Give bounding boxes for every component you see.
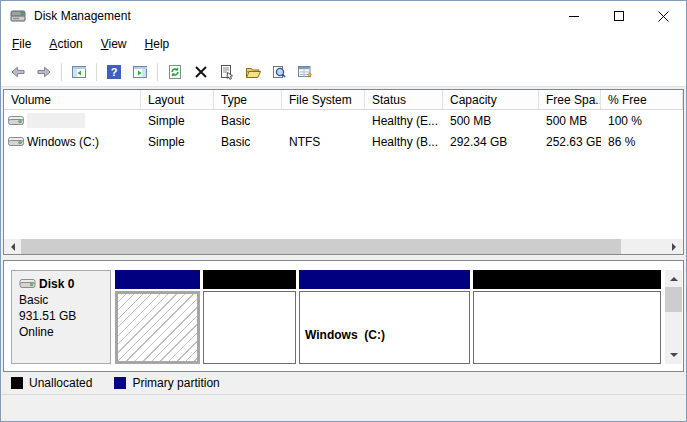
maximize-icon bbox=[614, 11, 624, 21]
show-console-tree-icon bbox=[71, 64, 87, 80]
column-header-pct-free[interactable]: % Free bbox=[601, 90, 683, 109]
disk-name: Disk 0 bbox=[39, 276, 74, 292]
volume-row-windows-c[interactable]: Windows (C:) Simple Basic NTFS Healthy (… bbox=[4, 131, 683, 152]
partition-color-bar-unallocated bbox=[473, 270, 661, 289]
partition-unallocated-637gb[interactable]: 637.79 GB Unallocated bbox=[473, 270, 661, 364]
cell-pct-free: 86 % bbox=[601, 131, 683, 152]
volume-list-empty-area bbox=[4, 152, 683, 239]
vertical-scroll-track[interactable] bbox=[665, 287, 682, 347]
menu-help[interactable]: Help bbox=[136, 33, 179, 55]
help-button[interactable]: ? bbox=[102, 60, 126, 84]
scroll-down-button[interactable] bbox=[665, 347, 682, 364]
maximize-button[interactable] bbox=[596, 1, 641, 31]
manage-icon bbox=[297, 64, 313, 80]
menu-view[interactable]: View bbox=[92, 33, 136, 55]
find-button[interactable] bbox=[267, 60, 291, 84]
scroll-right-button[interactable] bbox=[666, 239, 683, 254]
partition-title bbox=[123, 329, 197, 345]
disk-status: Online bbox=[19, 324, 110, 340]
titlebar: Disk Management bbox=[1, 1, 686, 31]
disk0-info-panel[interactable]: Disk 0 Basic 931.51 GB Online bbox=[11, 270, 111, 364]
column-header-file-system[interactable]: File System bbox=[282, 90, 365, 109]
column-header-volume[interactable]: Volume bbox=[4, 90, 141, 109]
legend-label: Primary partition bbox=[132, 376, 219, 390]
find-icon bbox=[271, 64, 287, 80]
properties-button[interactable] bbox=[215, 60, 239, 84]
partition-title bbox=[209, 327, 295, 343]
cell-status: Healthy (B... bbox=[365, 131, 443, 152]
legend-item-unallocated: Unallocated bbox=[11, 376, 92, 390]
manage-button[interactable] bbox=[293, 60, 317, 84]
forward-icon bbox=[36, 64, 52, 80]
refresh-button[interactable] bbox=[163, 60, 187, 84]
column-header-capacity[interactable]: Capacity bbox=[443, 90, 539, 109]
scroll-left-button[interactable] bbox=[4, 239, 21, 254]
disk-management-window: Disk Management File Action View Help bbox=[0, 0, 687, 422]
column-header-status[interactable]: Status bbox=[365, 90, 443, 109]
legend-item-primary-partition: Primary partition bbox=[114, 376, 219, 390]
volume-name: Windows (C:) bbox=[27, 135, 99, 149]
back-button[interactable] bbox=[6, 60, 30, 84]
horizontal-scroll-track[interactable] bbox=[21, 239, 666, 254]
column-header-free-space[interactable]: Free Spa... bbox=[539, 90, 601, 109]
partition-unallocated-918mb[interactable]: 918 MB Unallocated bbox=[203, 270, 296, 364]
close-icon bbox=[658, 11, 669, 22]
refresh-icon bbox=[167, 64, 183, 80]
minimize-icon bbox=[569, 16, 579, 17]
scroll-up-button[interactable] bbox=[665, 270, 682, 287]
partition-color-bar-primary bbox=[115, 270, 200, 289]
properties-icon bbox=[219, 64, 235, 80]
forward-button[interactable] bbox=[32, 60, 56, 84]
show-console-tree-button[interactable] bbox=[67, 60, 91, 84]
menubar: File Action View Help bbox=[1, 31, 686, 57]
toolbar-separator bbox=[157, 63, 158, 81]
cell-layout: Simple bbox=[141, 131, 214, 152]
toolbar-separator bbox=[96, 63, 97, 81]
primary-partition-swatch-icon bbox=[114, 377, 126, 389]
horizontal-scroll-thumb[interactable] bbox=[21, 239, 621, 254]
partition-windows-c[interactable]: Windows (C:) 292.34 GB NTFS Healthy (Boo… bbox=[299, 270, 470, 364]
open-button[interactable] bbox=[241, 60, 265, 84]
column-header-layout[interactable]: Layout bbox=[141, 90, 214, 109]
volume-icon bbox=[8, 136, 24, 148]
cell-free-space: 500 MB bbox=[539, 110, 601, 131]
open-icon bbox=[245, 64, 261, 80]
disk-management-icon bbox=[10, 9, 26, 23]
vertical-scroll-thumb[interactable] bbox=[665, 287, 682, 312]
menu-file[interactable]: File bbox=[3, 33, 40, 55]
show-action-pane-button[interactable] bbox=[128, 60, 152, 84]
vertical-scrollbar bbox=[665, 270, 682, 364]
toolbar-separator bbox=[61, 63, 62, 81]
minimize-button[interactable] bbox=[551, 1, 596, 31]
partition-efi[interactable]: 500 MB Healthy (EFI S bbox=[115, 270, 200, 364]
partition-strip: 500 MB Healthy (EFI S 918 MB Unallocated… bbox=[115, 270, 661, 364]
chevron-up-icon bbox=[670, 273, 678, 281]
legend-bar: Unallocated Primary partition bbox=[1, 372, 686, 394]
status-bar bbox=[1, 394, 686, 421]
volume-row-efi[interactable]: Simple Basic Healthy (E... 500 MB 500 MB… bbox=[4, 110, 683, 131]
partition-color-bar-primary bbox=[299, 270, 470, 289]
window-title: Disk Management bbox=[34, 9, 551, 23]
cell-capacity: 292.34 GB bbox=[443, 131, 539, 152]
cell-type: Basic bbox=[214, 110, 282, 131]
back-icon bbox=[10, 64, 26, 80]
disk-capacity: 931.51 GB bbox=[19, 308, 110, 324]
cell-file-system: NTFS bbox=[282, 131, 365, 152]
volume-list-pane: Volume Layout Type File System Status Ca… bbox=[3, 89, 684, 255]
volume-name-empty bbox=[27, 113, 85, 128]
chevron-left-icon bbox=[7, 243, 15, 251]
delete-icon bbox=[194, 65, 208, 79]
close-button[interactable] bbox=[641, 1, 686, 31]
cell-capacity: 500 MB bbox=[443, 110, 539, 131]
menu-action[interactable]: Action bbox=[40, 33, 91, 55]
cell-file-system bbox=[282, 110, 365, 131]
unallocated-swatch-icon bbox=[11, 377, 23, 389]
chevron-right-icon bbox=[672, 243, 680, 251]
cell-type: Basic bbox=[214, 131, 282, 152]
delete-button[interactable] bbox=[189, 60, 213, 84]
cell-status: Healthy (E... bbox=[365, 110, 443, 131]
disk-type: Basic bbox=[19, 292, 110, 308]
volume-list-header: Volume Layout Type File System Status Ca… bbox=[4, 90, 683, 110]
column-header-type[interactable]: Type bbox=[214, 90, 282, 109]
partition-color-bar-unallocated bbox=[203, 270, 296, 289]
